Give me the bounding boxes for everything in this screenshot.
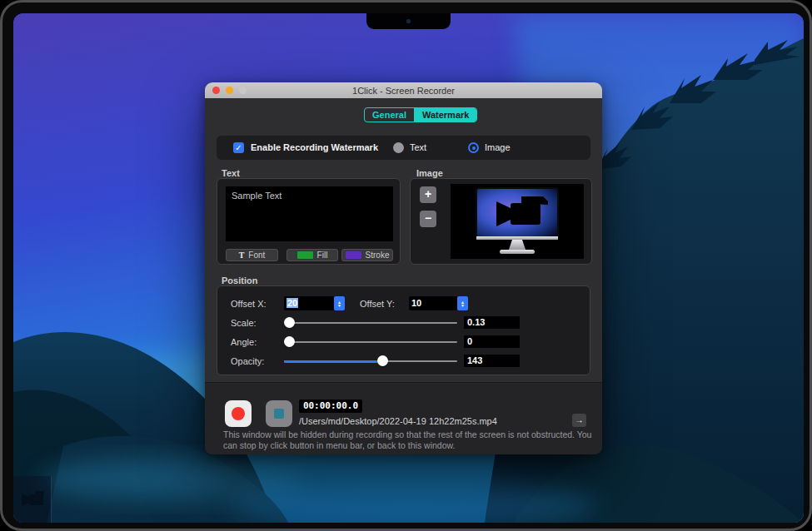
image-zoom-out-button[interactable]: − [420,211,436,227]
scale-slider-thumb[interactable] [284,317,295,328]
recording-note: This window will be hidden during record… [223,429,596,452]
offset-y-input[interactable]: 10 [409,296,457,310]
check-icon: ✓ [235,143,242,152]
stepper-down-icon: ▼ [337,304,341,307]
plus-icon: + [425,187,431,201]
fill-color-swatch [297,251,313,259]
position-section-label: Position [222,275,257,285]
offset-y-label: Offset Y: [360,299,395,309]
angle-label: Angle: [231,337,257,347]
offset-y-stepper[interactable]: ▲ ▼ [457,296,468,310]
window-title: 1Click - Screen Recorder [205,86,602,96]
radio-image[interactable] [468,142,479,153]
desktop-camera-watermark [13,476,52,523]
position-section-box: Offset X: 20 ▲ ▼ Offset Y: 10 ▲ ▼ Scale:… [217,285,590,375]
radio-image-label[interactable]: Image [485,142,511,152]
image-zoom-in-button[interactable]: + [420,186,436,203]
font-icon: T [239,251,245,260]
webcam-icon [406,19,411,23]
close-button[interactable] [212,87,220,94]
watermark-enable-row: ✓ Enable Recording Watermark Text Image [217,136,590,160]
arrow-right-icon: → [575,415,584,424]
text-section-label: Text [222,168,240,178]
watermark-image-preview [451,184,584,259]
camera-notch [366,13,451,29]
enable-watermark-checkbox[interactable]: ✓ [233,142,244,153]
camera-monitor-icon [465,186,570,256]
opacity-label: Opacity: [231,356,264,366]
stop-icon [274,409,284,419]
offset-x-stepper[interactable]: ▲ ▼ [334,296,345,310]
radio-text[interactable] [393,142,404,153]
zoom-button[interactable] [239,87,247,94]
laptop-bezel: 1Click - Screen Recorder General Waterma… [0,0,812,531]
scale-slider[interactable] [284,322,457,324]
offset-x-input[interactable]: 20 [284,296,334,310]
tab-watermark[interactable]: Watermark [415,108,476,122]
traffic-lights [212,87,247,94]
reveal-file-button[interactable]: → [572,414,586,427]
fill-color-button[interactable]: Fill [286,249,338,261]
scale-value-field[interactable]: 0.13 [464,316,520,329]
camera-watermark-icon [18,489,47,510]
stepper-down-icon: ▼ [461,304,465,307]
stroke-button-label: Stroke [366,251,390,260]
angle-value-field[interactable]: 0 [464,335,520,348]
opacity-value-field[interactable]: 143 [464,355,520,367]
scale-label: Scale: [231,318,257,328]
image-section-label: Image [416,168,443,178]
image-section-box: + − [410,178,592,265]
record-button[interactable] [225,400,252,427]
record-icon [232,407,245,420]
text-section-box: Sample Text T Font Fill Stroke [217,178,401,265]
recording-footer: 00:00:00.0 /Users/md/Desktop/2022-04-19 … [205,382,602,454]
desktop-screen: 1Click - Screen Recorder General Waterma… [13,13,804,523]
angle-slider[interactable] [284,341,457,343]
app-window: 1Click - Screen Recorder General Waterma… [205,82,602,454]
recording-timer: 00:00:00.0 [299,399,362,413]
stroke-color-button[interactable]: Stroke [341,249,393,261]
opacity-slider-thumb[interactable] [377,355,388,366]
enable-watermark-label: Enable Recording Watermark [251,142,378,152]
angle-slider-thumb[interactable] [284,336,295,347]
output-file-path: /Users/md/Desktop/2022-04-19 12h22m25s.m… [299,416,497,426]
stop-button[interactable] [266,400,292,427]
tab-bar: General Watermark [364,107,477,122]
radio-text-label[interactable]: Text [410,142,426,152]
minimize-button[interactable] [226,87,233,94]
minus-icon: − [425,211,431,225]
watermark-text-input[interactable]: Sample Text [226,186,393,241]
window-titlebar[interactable]: 1Click - Screen Recorder [205,82,602,98]
stroke-color-swatch [346,251,361,259]
tab-general[interactable]: General [365,108,415,122]
font-button[interactable]: T Font [226,249,278,261]
offset-x-label: Offset X: [231,299,267,309]
fill-button-label: Fill [317,251,328,260]
opacity-slider-fill [284,360,382,363]
opacity-slider[interactable] [284,360,457,362]
font-button-label: Font [248,251,265,260]
